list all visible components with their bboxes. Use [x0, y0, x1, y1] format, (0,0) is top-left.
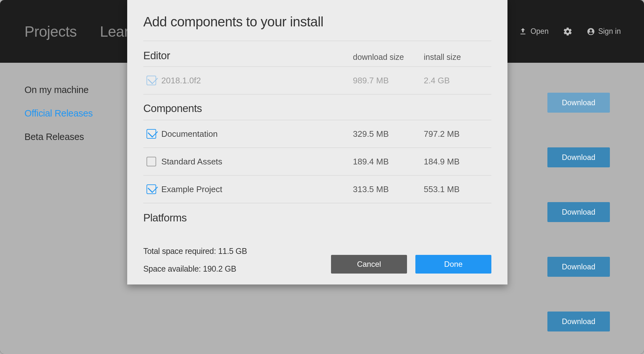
column-header-install-size: install size [424, 52, 491, 62]
download-button[interactable]: Download [547, 93, 610, 113]
platforms-section-title: Platforms [143, 203, 491, 226]
modal-title: Add components to your install [143, 14, 491, 30]
checkbox-standard-assets[interactable] [147, 157, 156, 166]
signin-button[interactable]: Sign in [587, 27, 621, 36]
sidebar-item-beta-releases[interactable]: Beta Releases [24, 132, 121, 142]
sidebar-item-official-releases[interactable]: Official Releases [24, 108, 121, 119]
component-row: Documentation329.5 MB797.2 MB [143, 120, 491, 148]
gear-icon [563, 27, 573, 36]
total-space-required: Total space required: 11.5 GB [143, 247, 247, 256]
editor-install-size: 2.4 GB [424, 76, 491, 86]
signin-label: Sign in [598, 27, 621, 36]
component-install-size: 797.2 MB [424, 129, 491, 139]
checkbox-documentation[interactable] [147, 129, 156, 139]
cancel-button[interactable]: Cancel [331, 255, 407, 274]
download-button[interactable]: Download [547, 147, 610, 167]
component-row: Standard Assets189.4 MB184.9 MB [143, 148, 491, 176]
download-button[interactable]: Download [547, 202, 610, 222]
add-components-modal: Add components to your install Editor do… [127, 0, 507, 284]
checkbox-editor [147, 76, 156, 85]
component-download-size: 329.5 MB [353, 129, 424, 139]
space-available: Space available: 190.2 GB [143, 264, 247, 274]
upload-icon [519, 27, 527, 36]
editor-row: 2018.1.0f2 989.7 MB 2.4 GB [143, 67, 491, 95]
editor-download-size: 989.7 MB [353, 76, 424, 86]
component-download-size: 189.4 MB [353, 157, 424, 167]
done-button[interactable]: Done [415, 255, 491, 274]
editor-section-title: Editor [143, 50, 353, 62]
sidebar-item-on-my-machine[interactable]: On my machine [24, 85, 121, 95]
download-button[interactable]: Download [547, 257, 610, 277]
sidebar: On my machineOfficial ReleasesBeta Relea… [24, 85, 121, 354]
component-name: Documentation [161, 129, 218, 139]
column-header-download-size: download size [353, 52, 424, 62]
download-button[interactable]: Download [547, 312, 610, 331]
component-row: Example Project313.5 MB553.1 MB [143, 176, 491, 203]
component-download-size: 313.5 MB [353, 184, 424, 194]
editor-version-label: 2018.1.0f2 [161, 76, 201, 86]
components-section-title: Components [143, 95, 491, 120]
component-name: Standard Assets [161, 157, 222, 167]
open-label: Open [530, 27, 548, 36]
component-name: Example Project [161, 184, 222, 194]
settings-button[interactable] [563, 27, 573, 36]
component-install-size: 184.9 MB [424, 157, 491, 167]
checkbox-example-project[interactable] [147, 184, 156, 194]
account-icon [587, 27, 595, 36]
open-button[interactable]: Open [519, 27, 548, 36]
tab-projects[interactable]: Projects [24, 23, 77, 40]
component-install-size: 553.1 MB [424, 184, 491, 194]
